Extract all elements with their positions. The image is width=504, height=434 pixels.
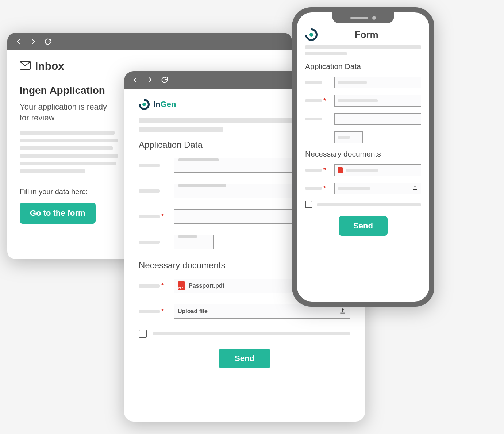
brand-logo: InGen [139, 99, 176, 110]
brand-name: InGen [153, 100, 176, 109]
uploaded-file[interactable] [334, 164, 421, 176]
checkbox-label-placeholder [153, 332, 350, 335]
text-input[interactable] [334, 77, 421, 88]
phone-notch [332, 12, 394, 23]
back-icon[interactable] [131, 76, 139, 84]
upload-file-button[interactable] [334, 183, 421, 194]
pdf-icon [178, 281, 185, 290]
checkbox[interactable] [139, 330, 147, 338]
required-marker: * [161, 308, 164, 315]
text-input[interactable] [334, 113, 421, 125]
logo-icon [305, 28, 318, 41]
phone-mock: Form Application Data * [292, 7, 434, 307]
upload-icon [412, 185, 418, 192]
section-documents: Necessary documents [305, 150, 421, 158]
go-to-form-button[interactable]: Go to the form [20, 203, 96, 224]
phone-form-title: Form [312, 29, 421, 41]
text-input[interactable] [334, 131, 363, 143]
checkbox[interactable] [305, 201, 312, 208]
required-marker: * [323, 97, 326, 105]
agreement-checkbox-row [305, 201, 421, 208]
forward-icon[interactable] [29, 38, 37, 46]
envelope-icon [20, 61, 31, 71]
send-button[interactable]: Send [339, 216, 388, 236]
pdf-icon [338, 167, 343, 173]
refresh-icon[interactable] [161, 76, 169, 84]
uploaded-filename: Passport.pdf [189, 283, 224, 289]
send-button[interactable]: Send [219, 349, 270, 368]
agreement-checkbox-row [139, 330, 350, 338]
required-marker: * [323, 185, 326, 192]
form-field: * [305, 95, 421, 107]
back-icon[interactable] [15, 38, 23, 46]
text-input[interactable] [334, 95, 421, 107]
section-application-data: Application Data [305, 62, 421, 71]
phone-intro-placeholder [305, 45, 421, 55]
browser-chrome [7, 33, 292, 50]
form-field [305, 131, 421, 143]
inbox-title: Inbox [35, 60, 64, 72]
upload-field: * [305, 183, 421, 194]
mail-body-placeholder [20, 131, 122, 173]
upload-field: * [305, 164, 421, 176]
required-marker: * [161, 282, 164, 290]
forward-icon[interactable] [146, 76, 154, 84]
text-input[interactable] [174, 235, 214, 249]
checkbox-label-placeholder [317, 203, 421, 206]
required-marker: * [161, 213, 164, 220]
required-marker: * [323, 166, 326, 174]
mail-preview: Your application is ready for review [20, 101, 118, 123]
form-field [305, 77, 421, 88]
upload-placeholder: Upload file [178, 308, 208, 315]
upload-icon [339, 307, 346, 316]
refresh-icon[interactable] [44, 38, 52, 46]
form-field [305, 113, 421, 125]
logo-icon [139, 99, 150, 110]
